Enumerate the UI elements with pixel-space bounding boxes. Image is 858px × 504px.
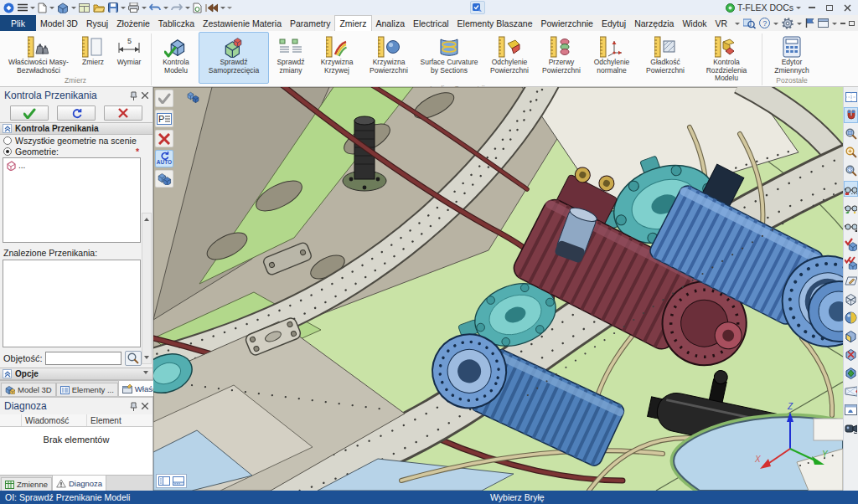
search-icon[interactable] [743, 17, 756, 30]
window-caret[interactable] [832, 23, 837, 28]
check-all-solids-icon[interactable] [844, 255, 858, 270]
collapse-section-icon[interactable] [3, 124, 12, 133]
auto-refresh-toggle[interactable]: AUTO [155, 150, 173, 167]
split-view-icon[interactable] [158, 476, 170, 486]
radio-geometries-circle[interactable] [3, 147, 12, 156]
scroll-down-icon[interactable] [144, 356, 149, 362]
settings-gear-icon[interactable] [782, 17, 793, 30]
options-expand-icon[interactable] [143, 371, 148, 377]
surface-deviation-button[interactable]: Odchylenie Powierzchni [482, 32, 537, 84]
main-menu-icon[interactable] [17, 2, 28, 14]
tab-electrical[interactable]: Electrical [409, 15, 453, 31]
tab-parametry[interactable]: Parametry [286, 15, 334, 31]
print-icon[interactable] [127, 2, 140, 14]
quick-access-overflow-caret[interactable] [227, 7, 232, 12]
tab-diagnostics[interactable]: Diagnoza [52, 475, 106, 491]
zoom-dynamic-icon[interactable] [844, 144, 858, 160]
volume-input[interactable] [45, 352, 121, 365]
doc-minimize-icon[interactable] [840, 17, 845, 30]
column-element[interactable]: Element [87, 414, 152, 426]
section-view-icon[interactable] [844, 347, 858, 363]
facet-mode-icon[interactable] [844, 328, 858, 344]
scroll-up-icon[interactable] [144, 215, 149, 221]
options-chevron-icon[interactable] [3, 369, 12, 378]
viewport-3d[interactable]: X Y Z P AUTO [153, 87, 843, 491]
panel-close-icon[interactable] [142, 92, 148, 99]
zoom-window-icon[interactable] [844, 126, 858, 141]
tab-widok[interactable]: Widok [678, 15, 711, 31]
doc-restore-icon[interactable] [849, 17, 855, 30]
check-solid-icon[interactable] [844, 236, 858, 252]
workplane-icon[interactable] [844, 273, 858, 289]
app-logo-icon[interactable] [3, 2, 15, 14]
viewport-window-icon[interactable] [844, 402, 858, 418]
tab-zestawienie-materia[interactable]: Zestawienie Materia [199, 15, 286, 31]
perspective-icon[interactable] [844, 383, 858, 399]
command-properties-icon[interactable]: P [155, 110, 173, 127]
panel-scrollbar[interactable] [142, 213, 152, 364]
found-interferences-list[interactable] [3, 260, 141, 347]
check-changes-button[interactable]: Sprawdź zmiany [269, 32, 313, 84]
magnet-snap-icon[interactable] [844, 107, 858, 123]
surface-gaps-button[interactable]: Przerwy Powierzchni [537, 32, 586, 84]
document-preview-icon[interactable] [192, 2, 203, 14]
print-caret[interactable] [142, 7, 147, 12]
mass-properties-button[interactable]: Właściwości Masy-Bezwładności [2, 32, 75, 75]
settings-caret[interactable] [797, 23, 802, 28]
tab-plik[interactable]: Plik [0, 15, 36, 31]
tab-vr[interactable]: VR [711, 15, 732, 31]
macro-playback-icon[interactable] [204, 2, 219, 14]
help-caret[interactable] [773, 23, 778, 28]
dimension-button[interactable]: 5 Wymiar [111, 32, 147, 75]
save-icon[interactable] [107, 2, 119, 14]
show-elements-icon[interactable] [844, 199, 858, 215]
new-3d-model-icon[interactable] [56, 2, 70, 14]
curve-curvature-button[interactable]: Krzywizna Krzywej [313, 32, 361, 84]
variable-editor-button[interactable]: Edytor Zmiennych [766, 32, 818, 75]
tab-tabliczka[interactable]: Tabliczka [154, 15, 199, 31]
geometry-list[interactable]: ... [3, 157, 141, 243]
shaded-mode-icon[interactable] [844, 310, 858, 326]
document-window-icon[interactable] [818, 17, 829, 30]
tab-narzedzia[interactable]: Narzędzia [630, 15, 678, 31]
open-document-icon[interactable] [92, 2, 106, 14]
tab-powierzchnie[interactable]: Powierzchnie [536, 15, 597, 31]
surface-curvature-button[interactable]: Krzywizna Powierzchni [361, 32, 416, 84]
save-caret[interactable] [121, 7, 126, 12]
redo-icon[interactable] [170, 2, 183, 14]
volume-zoom-button[interactable] [125, 351, 142, 366]
model-split-check-button[interactable]: Kontrola Rozdzielenia Modelu [693, 32, 760, 84]
close-button[interactable] [840, 2, 854, 13]
main-menu-caret[interactable] [30, 7, 35, 12]
surface-smoothness-button[interactable]: Gładkość Powierzchni [638, 32, 693, 84]
tab-elementy-blaszane[interactable]: Elementy Blaszane [453, 15, 537, 31]
flag-icon[interactable] [805, 17, 814, 30]
tab-zmierz[interactable]: Zmierz [334, 15, 371, 31]
tflex-docs-button[interactable]: T-FLEX DOCs [726, 3, 801, 13]
help-icon[interactable]: ? [759, 18, 770, 28]
zoom-previous-icon[interactable] [844, 162, 858, 178]
refresh-button[interactable] [57, 105, 96, 121]
redo-caret[interactable] [185, 7, 190, 12]
undo-icon[interactable] [148, 2, 162, 14]
options-section-header[interactable]: Opcje [0, 368, 152, 380]
new-document-icon[interactable] [37, 2, 48, 14]
radio-geometries[interactable]: Geometrie: * [0, 146, 152, 157]
window-layout-icon[interactable] [844, 89, 858, 105]
hide-elements-icon[interactable] [844, 181, 858, 197]
status-pane-icon[interactable] [173, 476, 184, 486]
command-cancel-icon[interactable] [155, 130, 173, 147]
wireframe-mode-icon[interactable] [844, 291, 858, 307]
window-layout-icon[interactable] [78, 2, 90, 14]
tab-elements[interactable]: Elementy ... [56, 383, 118, 396]
visibility-options-icon[interactable] [844, 218, 858, 234]
new-3d-model-caret[interactable] [71, 7, 76, 12]
tab-rysuj[interactable]: Rysuj [82, 15, 112, 31]
tab-model-3d[interactable]: Model 3D [36, 15, 82, 31]
diagnostics-close-icon[interactable] [142, 403, 148, 409]
confirm-icon[interactable] [155, 90, 173, 107]
radio-all-circle[interactable] [3, 136, 12, 145]
tab-edytuj[interactable]: Edytuj [597, 15, 630, 31]
tab-zlozenie[interactable]: Złożenie [112, 15, 154, 31]
interference-section-header[interactable]: Kontrola Przenikania [0, 122, 152, 135]
